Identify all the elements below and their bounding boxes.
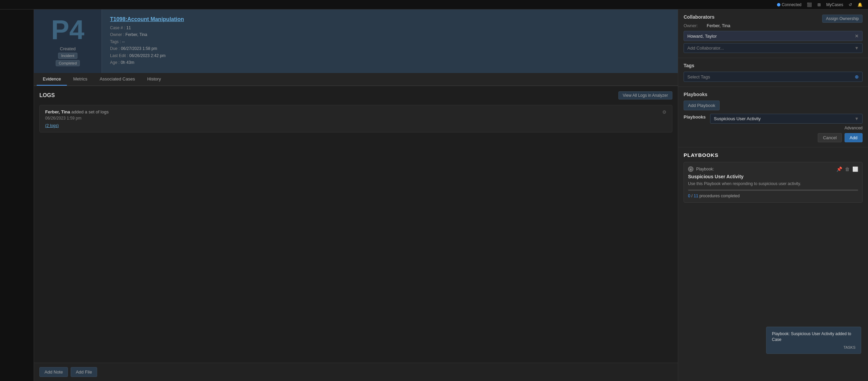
tags-placeholder: Select Tags <box>687 74 710 79</box>
add-playbook-action-button[interactable]: Add <box>845 133 863 142</box>
collaborator-item: Howard, Taylor ✕ <box>684 31 863 41</box>
tab-evidence[interactable]: Evidence <box>37 73 67 86</box>
tags-input[interactable]: Select Tags ⊕ <box>684 72 863 82</box>
tab-associated-cases[interactable]: Associated Cases <box>93 73 141 86</box>
monitor-icon[interactable]: ⬛ <box>807 2 812 7</box>
playbook-delete-button[interactable]: 🗑 <box>845 166 850 172</box>
add-file-button[interactable]: Add File <box>71 367 97 377</box>
dropdown-arrow-icon: ▼ <box>854 46 859 51</box>
age-row: Age : 0h 43m <box>110 59 670 66</box>
tags-section: Tags Select Tags ⊕ <box>678 58 868 87</box>
owner-label: Owner: <box>684 23 704 28</box>
case-meta: Case # : 11 Owner : Ferber, Tina Tags : … <box>110 24 670 66</box>
gear-icon[interactable]: ⚙ <box>662 109 667 115</box>
tasks-label: TASKS <box>772 345 855 349</box>
advanced-link[interactable]: Advanced <box>684 126 863 130</box>
log-entry: ⚙ Ferber, Tina added a set of logs 06/26… <box>39 105 672 132</box>
playbook-select-row: Playbooks Suspicious User Activity ▼ <box>684 114 863 124</box>
procedures-total: 11 <box>694 194 698 198</box>
tabs-bar: Evidence Metrics Associated Cases Histor… <box>34 73 678 86</box>
due-date: 06/27/2023 1:58 pm <box>121 46 157 51</box>
playbook-description: Use this Playbook when responding to sus… <box>688 181 858 186</box>
refresh-icon[interactable]: ↺ <box>849 2 852 7</box>
toast-notification: Playbook: Suspicious User Activity added… <box>766 327 861 354</box>
collaborators-title: Collaborators <box>684 14 715 20</box>
collaborator-name: Howard, Taylor <box>687 34 717 39</box>
status-section: Created Incident Completed <box>56 46 80 66</box>
main-layout: P4 Created Incident Completed T1098:Acco… <box>0 10 868 381</box>
tab-metrics[interactable]: Metrics <box>67 73 93 86</box>
collaborators-section: Collaborators Assign Ownership Owner: Fe… <box>678 10 868 58</box>
tags-label: Tags : <box>110 39 121 44</box>
add-note-button[interactable]: Add Note <box>39 367 68 377</box>
created-label: Created <box>60 46 75 51</box>
topbar: Connected ⬛ ⊞ MyCases ↺ 🔔 <box>0 0 868 10</box>
procedures-label: procedures completed <box>699 194 740 198</box>
playbooks-add-section: Playbooks Add Playbook Playbooks Suspici… <box>678 87 868 147</box>
connected-dot <box>777 3 780 6</box>
last-edit-date: 06/26/2023 2:42 pm <box>129 53 166 58</box>
owner-value: Ferber, Tina <box>125 32 147 37</box>
playbooks-add-title: Playbooks <box>684 92 863 97</box>
logs-header: LOGS View All Logs in Analyzer <box>39 91 672 99</box>
add-collaborator-label: Add Collaborator... <box>687 46 724 51</box>
grid-icon[interactable]: ⊞ <box>817 2 821 7</box>
procedures-done: 0 <box>688 194 690 198</box>
playbook-dropdown[interactable]: Suspicious User Activity ▼ <box>710 114 863 124</box>
log-time: 06/26/2023 1:59 pm <box>45 116 667 121</box>
tags-add-icon: ⊕ <box>855 74 859 79</box>
procedures-text: 0 / 11 procedures completed <box>688 194 858 198</box>
case-number-row: Case # : 11 <box>110 24 670 31</box>
right-panel: Collaborators Assign Ownership Owner: Fe… <box>678 10 868 381</box>
playbook-expand-button[interactable]: ⬜ <box>852 166 858 172</box>
playbook-card-actions: 📌 🗑 ⬜ <box>836 166 858 172</box>
collaborators-header: Collaborators Assign Ownership <box>684 14 863 23</box>
owner-row: Owner : Ferber, Tina <box>110 31 670 38</box>
connection-status: Connected <box>777 2 801 7</box>
last-edit-label: Last Edit : <box>110 53 128 58</box>
incident-badge: Incident <box>58 53 77 59</box>
playbook-card-header: ● Playbook: 📌 🗑 ⬜ <box>688 166 858 172</box>
logs-title: LOGS <box>39 92 55 98</box>
left-sidebar <box>0 10 34 381</box>
playbook-card: ● Playbook: 📌 🗑 ⬜ Suspicious User Activi… <box>684 162 863 203</box>
priority-block: P4 Created Incident Completed <box>34 10 102 73</box>
view-all-logs-button[interactable]: View All Logs in Analyzer <box>618 91 672 99</box>
playbook-selected-value: Suspicious User Activity <box>714 116 761 121</box>
tags-value: -- <box>122 39 125 44</box>
playbook-actions: Cancel Add <box>684 133 863 142</box>
owner-label: Owner : <box>110 32 124 37</box>
playbook-dropdown-arrow-icon: ▼ <box>854 116 859 121</box>
remove-collaborator-button[interactable]: ✕ <box>855 33 859 39</box>
last-edit-row: Last Edit : 06/26/2023 2:42 pm <box>110 52 670 59</box>
completed-badge: Completed <box>56 60 80 66</box>
procedures-separator: / <box>691 194 694 198</box>
tags-title: Tags <box>684 63 863 68</box>
log-action: added a set of logs <box>71 109 109 114</box>
connected-label: Connected <box>782 2 801 7</box>
playbooks-list-section: PLAYBOOKS ● Playbook: 📌 🗑 ⬜ Suspicious U… <box>678 147 868 207</box>
cancel-playbook-button[interactable]: Cancel <box>818 133 842 142</box>
owner-name: Ferber, Tina <box>707 23 730 28</box>
playbooks-list-title: PLAYBOOKS <box>684 152 863 158</box>
playbook-card-type: Playbook: <box>696 167 714 171</box>
tab-history[interactable]: History <box>141 73 167 86</box>
notification-icon[interactable]: 🔔 <box>857 2 863 7</box>
logs-section: LOGS View All Logs in Analyzer ⚙ Ferber,… <box>34 86 678 363</box>
log-user: Ferber, Tina <box>45 109 70 114</box>
due-label: Due : <box>110 46 120 51</box>
priority-label: P4 <box>51 16 85 43</box>
mycases-label[interactable]: MyCases <box>826 2 843 7</box>
playbook-pin-button[interactable]: 📌 <box>836 166 842 172</box>
assign-ownership-button[interactable]: Assign Ownership <box>822 15 863 23</box>
due-row: Due : 06/27/2023 1:58 pm <box>110 45 670 52</box>
progress-bar-container <box>688 189 858 191</box>
case-title[interactable]: T1098:Account Manipulation <box>110 16 670 22</box>
add-playbook-button[interactable]: Add Playbook <box>684 101 720 110</box>
add-collaborator-dropdown[interactable]: Add Collaborator... ▼ <box>684 43 863 53</box>
playbooks-sub-label: Playbooks <box>684 114 707 120</box>
owner-row: Owner: Ferber, Tina <box>684 23 863 28</box>
log-count[interactable]: (2 logs) <box>45 123 667 128</box>
case-header: P4 Created Incident Completed T1098:Acco… <box>34 10 678 73</box>
case-number-label: Case # : <box>110 25 125 30</box>
